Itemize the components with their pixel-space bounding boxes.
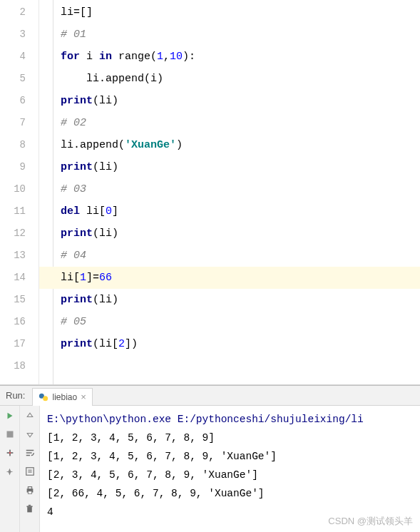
line-number: 10	[0, 178, 26, 200]
output-line: [1, 2, 3, 4, 5, 6, 7, 8, 9, 'XuanGe']	[47, 447, 413, 466]
line-number: 14	[0, 267, 26, 289]
run-toolbar-left	[0, 406, 20, 532]
svg-rect-2	[6, 431, 13, 438]
code-line: print(li)	[61, 90, 420, 112]
output-line: [2, 3, 4, 5, 6, 7, 8, 9, 'XuanGe']	[47, 466, 413, 484]
line-number: 5	[0, 68, 26, 90]
code-line: li.append('XuanGe')	[61, 134, 420, 156]
console-output[interactable]: E:\python\python.exe E:/pythonceshi/shuj…	[40, 406, 420, 532]
up-icon[interactable]	[24, 410, 36, 421]
line-number: 4	[0, 46, 26, 68]
soft-wrap-icon[interactable]	[24, 447, 36, 459]
line-number: 13	[0, 245, 26, 267]
line-number: 3	[0, 24, 26, 46]
python-file-icon	[39, 392, 48, 402]
line-gutter: 2 3 4 5 6 7 8 9 10 11 12 13 14 15 16 17 …	[0, 0, 39, 384]
code-line: print(li)	[61, 222, 420, 245]
line-number: 8	[0, 134, 26, 156]
svg-rect-6	[26, 468, 34, 476]
restart-icon[interactable]	[4, 447, 16, 459]
svg-point-1	[43, 396, 48, 401]
code-line: # 04	[61, 245, 420, 267]
output-line: [1, 2, 3, 4, 5, 6, 7, 8, 9]	[47, 429, 413, 447]
code-line: # 05	[61, 311, 420, 333]
code-line: li=[]	[61, 1, 420, 24]
code-line: # 03	[61, 178, 420, 200]
line-number: 17	[0, 333, 26, 355]
fold-gutter	[39, 0, 53, 384]
line-number: 16	[0, 311, 26, 333]
line-number: 11	[0, 200, 26, 222]
line-number: 7	[0, 112, 26, 134]
rerun-icon[interactable]	[4, 410, 16, 421]
run-header: Run: liebiao ×	[0, 386, 420, 406]
line-number: 12	[0, 222, 26, 245]
stop-icon[interactable]	[4, 429, 16, 440]
watermark: CSDN @测试领头羊	[328, 515, 413, 528]
pin-icon[interactable]	[4, 466, 16, 477]
editor-area: 2 3 4 5 6 7 8 9 10 11 12 13 14 15 16 17 …	[0, 0, 420, 385]
svg-rect-12	[29, 504, 31, 506]
code-line: # 01	[61, 24, 420, 46]
code-line: for i in range(1,10):	[61, 46, 420, 68]
tab-label: liebiao	[52, 392, 77, 402]
print-icon[interactable]	[24, 484, 36, 496]
line-number: 9	[0, 156, 26, 178]
code-line: del li[0]	[61, 200, 420, 222]
svg-rect-10	[27, 507, 32, 512]
svg-rect-9	[28, 491, 31, 494]
output-line: E:\python\python.exe E:/pythonceshi/shuj…	[47, 410, 413, 429]
code-line: li.append(i)	[61, 68, 420, 90]
close-icon[interactable]: ×	[81, 392, 86, 402]
svg-rect-8	[28, 487, 31, 490]
code-line: # 02	[61, 112, 420, 134]
code-line: print(li)	[61, 289, 420, 311]
code-line	[61, 355, 420, 377]
run-label: Run:	[6, 390, 25, 401]
run-body: E:\python\python.exe E:/pythonceshi/shuj…	[0, 406, 420, 532]
output-line: [2, 66, 4, 5, 6, 7, 8, 9, 'XuanGe']	[47, 484, 413, 503]
code-editor[interactable]: li=[] # 01 for i in range(1,10): li.appe…	[53, 0, 420, 384]
line-number: 6	[0, 90, 26, 112]
code-line: print(li[2])	[61, 333, 420, 355]
trash-icon[interactable]	[24, 503, 36, 514]
code-line-current: li[1]=66	[39, 267, 420, 289]
svg-rect-11	[26, 506, 32, 507]
scroll-to-end-icon[interactable]	[24, 466, 36, 477]
run-tab[interactable]: liebiao ×	[32, 388, 92, 406]
line-number: 18	[0, 355, 26, 377]
line-number: 2	[0, 1, 26, 24]
run-panel: Run: liebiao × E:\python\python.exe E:/p…	[0, 385, 420, 532]
run-toolbar-right	[20, 406, 40, 532]
line-number: 15	[0, 289, 26, 311]
code-line: print(li)	[61, 156, 420, 178]
down-icon[interactable]	[24, 429, 36, 440]
svg-point-5	[9, 452, 11, 454]
